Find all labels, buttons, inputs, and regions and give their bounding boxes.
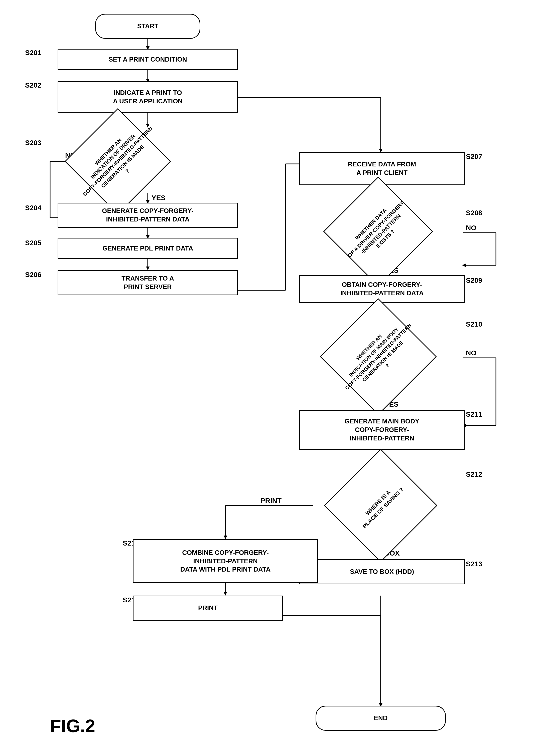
s202-box: INDICATE A PRINT TO A USER APPLICATION xyxy=(58,81,238,113)
s204-label: S204 xyxy=(25,204,41,212)
s204-text: GENERATE COPY-FORGERY- INHIBITED-PATTERN… xyxy=(102,207,193,224)
s202-label: S202 xyxy=(25,81,41,89)
s210-diamond-wrapper: WHETHER AN INDICATION OF MAIN BODY COPY-… xyxy=(293,314,463,399)
s208-diamond-wrapper: WHETHER DATA OF A DRIVER COPY-FORGERY -I… xyxy=(293,196,463,266)
s209-label: S209 xyxy=(466,276,482,285)
end-label: END xyxy=(374,714,388,723)
s201-box: SET A PRINT CONDITION xyxy=(58,49,238,70)
s205-label: S205 xyxy=(25,239,41,247)
s203-diamond-wrapper: WHETHER AN INDICATION OF DRIVER COPY-FOR… xyxy=(55,126,180,196)
svg-text:NO: NO xyxy=(466,349,476,357)
start-label: START xyxy=(137,22,159,30)
s203-label: S203 xyxy=(25,139,41,147)
s205-box: GENERATE PDL PRINT DATA xyxy=(58,238,238,259)
s208-label: S208 xyxy=(466,209,482,217)
s210-label: S210 xyxy=(466,320,482,328)
svg-text:NO: NO xyxy=(466,224,476,232)
s205-text: GENERATE PDL PRINT DATA xyxy=(102,244,193,253)
s202-text: INDICATE A PRINT TO A USER APPLICATION xyxy=(113,89,183,106)
s204-box: GENERATE COPY-FORGERY- INHIBITED-PATTERN… xyxy=(58,203,238,228)
s214-box: COMBINE COPY-FORGERY- INHIBITED-PATTERN … xyxy=(133,539,318,583)
s206-text: TRANSFER TO A PRINT SERVER xyxy=(122,274,174,291)
svg-marker-56 xyxy=(224,592,227,595)
flowchart-diagram: NO YES NO YES xyxy=(0,0,538,756)
fig-label: FIG.2 xyxy=(50,716,95,736)
s211-label: S211 xyxy=(466,410,482,418)
s213-text: SAVE TO BOX (HDD) xyxy=(350,568,414,576)
s201-label: S201 xyxy=(25,49,41,57)
s215-box: PRINT xyxy=(133,595,283,621)
s206-box: TRANSFER TO A PRINT SERVER xyxy=(58,270,238,295)
s212-diamond-wrapper: WHERE IS A PLACE OF SAVING ? xyxy=(293,464,468,547)
s215-text: PRINT xyxy=(198,604,218,612)
s213-label: S213 xyxy=(466,560,482,568)
s201-text: SET A PRINT CONDITION xyxy=(109,55,187,64)
svg-text:PRINT: PRINT xyxy=(260,497,282,504)
svg-marker-20 xyxy=(146,266,149,270)
start-node: START xyxy=(95,14,200,39)
end-node: END xyxy=(316,706,446,731)
s211-box: GENERATE MAIN BODY COPY-FORGERY- INHIBIT… xyxy=(299,410,464,450)
s206-label: S206 xyxy=(25,271,41,279)
s207-label: S207 xyxy=(466,153,482,161)
svg-marker-49 xyxy=(224,536,227,539)
s213-box: SAVE TO BOX (HDD) xyxy=(299,559,464,584)
s214-text: COMBINE COPY-FORGERY- INHIBITED-PATTERN … xyxy=(180,548,271,574)
